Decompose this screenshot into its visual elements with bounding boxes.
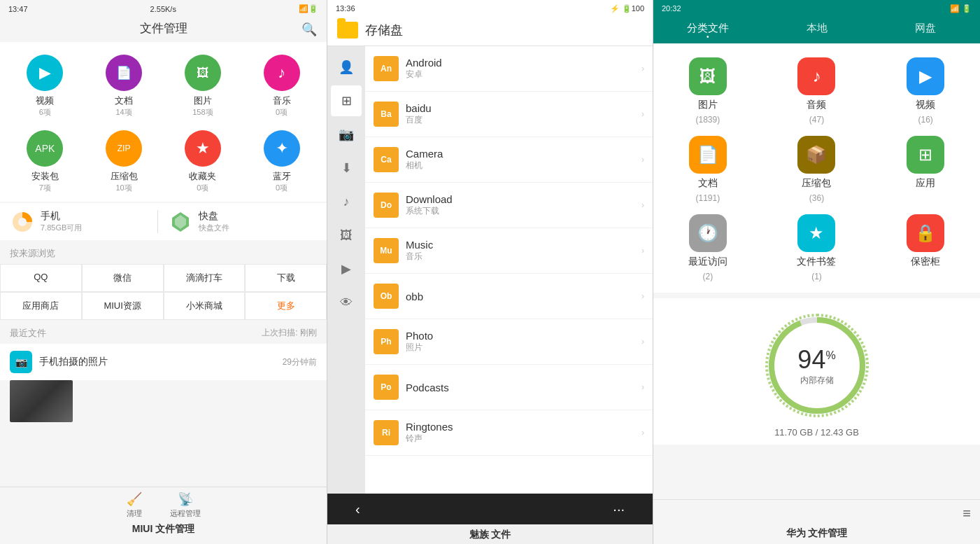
source-didi[interactable]: 滴滴打车 <box>164 264 246 292</box>
cat-recent[interactable]: 🕐 最近访问 (2) <box>653 209 762 287</box>
sidebar-hidden-icon[interactable]: 👁 <box>331 287 362 318</box>
grid-item-apk[interactable]: APK 安装包 7项 <box>6 123 85 199</box>
zip-icon: ZIP <box>106 130 142 167</box>
recent-label: 最近文件 <box>10 327 46 340</box>
cat-video-label: 视频 <box>916 99 935 111</box>
arrow-android: › <box>641 64 644 74</box>
cat-video[interactable]: ▶ 视频 (16) <box>871 52 980 130</box>
cat-video-count: (16) <box>918 115 932 125</box>
fav-count: 0项 <box>197 183 208 193</box>
svg-point-1 <box>18 218 27 226</box>
folder-name-android: Android <box>406 57 634 69</box>
apk-icon: APK <box>27 130 63 167</box>
folder-camera[interactable]: Ca Camera 相机 › <box>365 137 653 183</box>
folder-photo[interactable]: Ph Photo 照片 › <box>365 319 653 365</box>
folder-download[interactable]: Do Download 系统下载 › <box>365 183 653 228</box>
status-bar-meizu: 13:36 ⚡ 🔋100 <box>327 0 653 16</box>
cat-zip-count: (36) <box>809 193 824 203</box>
cat-zip[interactable]: 📦 压缩包 (36) <box>762 130 872 209</box>
folder-baidu[interactable]: Ba baidu 百度 › <box>365 92 653 137</box>
more-button[interactable]: ··· <box>613 501 625 517</box>
sidebar-music-icon[interactable]: ♪ <box>331 186 362 217</box>
phone-storage-label: 手机 <box>41 210 82 223</box>
quickdisk-icon <box>169 211 192 233</box>
grid-item-fav[interactable]: ★ 收藏夹 0项 <box>164 123 243 199</box>
time-meizu: 13:36 <box>336 4 355 13</box>
sidebar-video-icon[interactable]: ▶ <box>331 253 362 284</box>
cat-app[interactable]: ⊞ 应用 <box>871 130 980 209</box>
arrow-podcasts: › <box>641 382 644 392</box>
folder-name-camera: Camera <box>406 148 634 160</box>
panel-meizu: 13:36 ⚡ 🔋100 存储盘 👤 ⊞ 📷 ⬇ ♪ 🖼 ▶ 👁 An Andr… <box>327 0 653 544</box>
back-button[interactable]: ‹ <box>355 501 360 517</box>
source-more[interactable]: 更多 <box>245 292 327 320</box>
folder-badge-podcasts: Po <box>374 375 399 400</box>
arrow-music: › <box>641 246 644 256</box>
source-xiaomi[interactable]: 小米商城 <box>164 292 246 320</box>
battery-icons-miui: 📶🔋 <box>299 4 318 13</box>
file-type-grid: ▶ 视频 6项 📄 文档 14项 🖼 图片 158项 ♪ 音乐 0项 APK 安… <box>0 42 327 202</box>
folder-obb[interactable]: Ob obb › <box>365 274 653 319</box>
grid-item-image[interactable]: 🖼 图片 158项 <box>164 48 243 123</box>
folder-icon-large <box>337 22 358 39</box>
bt-icon: ✦ <box>264 130 300 167</box>
cat-audio-label: 音频 <box>807 99 826 111</box>
hamburger-icon[interactable]: ≡ <box>963 505 970 522</box>
source-wechat[interactable]: 微信 <box>82 264 164 292</box>
doc-label: 文档 <box>115 95 133 107</box>
tabs-huawei: 分类文件 本地 网盘 <box>653 16 980 43</box>
folder-ringtones[interactable]: Ri Ringtones 铃声 › <box>365 410 653 456</box>
remote-action[interactable]: 📡 远程管理 <box>170 491 201 519</box>
cat-doc[interactable]: 📄 文档 (1191) <box>653 130 762 209</box>
source-appstore[interactable]: 应用商店 <box>0 292 82 320</box>
cat-image[interactable]: 🖼 图片 (1839) <box>653 52 762 130</box>
source-download[interactable]: 下载 <box>245 264 327 292</box>
search-icon-miui[interactable]: 🔍 <box>301 22 317 37</box>
clean-action[interactable]: 🧹 清理 <box>127 491 142 519</box>
folder-info-photo: Photo 照片 <box>406 330 634 354</box>
grid-item-doc[interactable]: 📄 文档 14项 <box>85 48 164 123</box>
video-label: 视频 <box>36 95 54 107</box>
folder-android[interactable]: An Android 安卓 › <box>365 46 653 92</box>
cat-video-icon: ▶ <box>907 57 944 95</box>
grid-item-bt[interactable]: ✦ 蓝牙 0项 <box>242 123 321 199</box>
image-count: 158项 <box>192 107 213 118</box>
storage-phone[interactable]: 手机 7.85GB可用 <box>11 210 157 233</box>
sidebar-camera-icon[interactable]: 📷 <box>331 119 362 150</box>
storage-quick[interactable]: 快盘 快盘文件 <box>157 210 315 233</box>
grid-item-zip[interactable]: ZIP 压缩包 10项 <box>85 123 164 199</box>
tab-cloud[interactable]: 网盘 <box>871 16 980 42</box>
grid-item-video[interactable]: ▶ 视频 6项 <box>6 48 85 123</box>
cat-recent-count: (2) <box>702 272 713 281</box>
sidebar-persons-icon[interactable]: 👤 <box>331 52 362 83</box>
sidebar-grid-icon[interactable]: ⊞ <box>331 85 362 116</box>
folder-name-download: Download <box>406 193 634 205</box>
tab-local[interactable]: 本地 <box>762 16 872 42</box>
storage-percent: 94% <box>797 345 835 375</box>
folder-badge-baidu: Ba <box>374 102 399 127</box>
sidebar-download-icon[interactable]: ⬇ <box>331 153 362 183</box>
grid-item-music[interactable]: ♪ 音乐 0项 <box>242 48 321 123</box>
footer-actions: 🧹 清理 📡 远程管理 <box>127 487 201 520</box>
recent-item[interactable]: 📷 手机拍摄的照片 29分钟前 <box>0 344 327 380</box>
source-miui[interactable]: MIUI资源 <box>82 292 164 320</box>
remote-icon: 📡 <box>178 491 193 507</box>
apk-count: 7项 <box>39 183 51 193</box>
header-miui: 文件管理 🔍 <box>0 16 327 42</box>
cat-audio[interactable]: ♪ 音频 (47) <box>762 52 872 130</box>
source-qq[interactable]: QQ <box>0 264 82 292</box>
cat-vault-label: 保密柜 <box>911 256 940 268</box>
quick-storage-label: 快盘 <box>199 210 229 223</box>
cat-recent-label: 最近访问 <box>688 256 727 268</box>
zip-count: 10项 <box>116 183 132 193</box>
cat-bookmark[interactable]: ★ 文件书签 (1) <box>762 209 872 287</box>
cat-vault[interactable]: 🔒 保密柜 <box>871 209 980 287</box>
source-grid: QQ 微信 滴滴打车 下载 应用商店 MIUI资源 小米商城 更多 <box>0 264 327 320</box>
title-miui: 文件管理 <box>140 22 187 35</box>
doc-count: 14项 <box>116 107 132 118</box>
folder-badge-photo: Ph <box>374 329 399 354</box>
folder-music[interactable]: Mu Music 音乐 › <box>365 228 653 274</box>
sidebar-image-icon[interactable]: 🖼 <box>331 220 362 251</box>
folder-podcasts[interactable]: Po Podcasts › <box>365 365 653 410</box>
tab-classified[interactable]: 分类文件 <box>653 16 762 42</box>
